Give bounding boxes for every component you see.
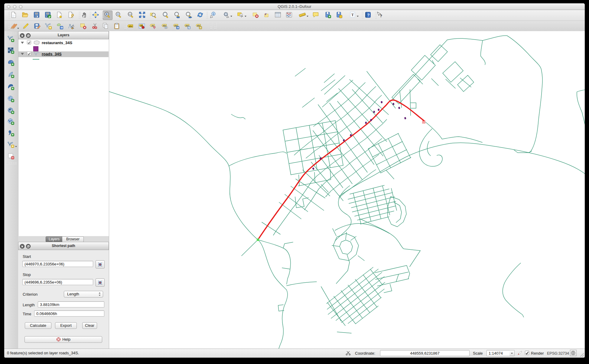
svg-text:ab: ab: [151, 24, 154, 27]
svg-text:abc: abc: [163, 24, 166, 27]
svg-text:T: T: [351, 13, 354, 17]
svg-text:abc: abc: [129, 25, 133, 28]
svg-text:?: ?: [367, 13, 370, 17]
svg-text:ε: ε: [265, 11, 267, 16]
svg-text:?: ?: [380, 14, 382, 18]
svg-text:1:1: 1:1: [129, 13, 132, 15]
